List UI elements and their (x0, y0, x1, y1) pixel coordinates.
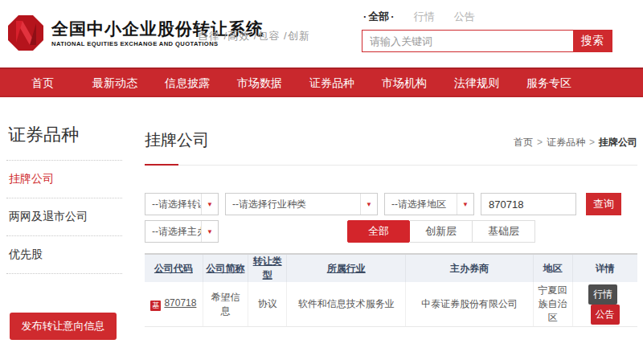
cell-short-name: 希望信息 (203, 282, 248, 327)
layer-tab-all[interactable]: 全部 (347, 220, 410, 243)
layer-tab-basic[interactable]: 基础层 (473, 220, 535, 243)
sidebar-menu: 挂牌公司 两网及退市公司 优先股 (6, 160, 122, 274)
nav-item-market-institutions[interactable]: 市场机构 (368, 69, 440, 97)
publish-transfer-intent-button[interactable]: 发布转让意向信息 (10, 313, 117, 340)
chevron-down-icon: ▼ (462, 201, 469, 208)
breadcrumb-home[interactable]: 首页 (514, 137, 533, 148)
page-body: 证券品种 挂牌公司 两网及退市公司 优先股 发布转让意向信息 挂牌公司 首页>证… (0, 97, 643, 340)
main-content: 挂牌公司 首页>证券品种>挂牌公司 --请选择转让类型 ▼ --请选择行业种类 … (125, 97, 643, 340)
table-row: 基870718 希望信息 协议 软件和信息技术服务业 中泰证券股份有限公司 宁夏… (145, 282, 637, 327)
cell-sponsor: 中泰证券股份有限公司 (406, 282, 533, 327)
breadcrumb-securities-types[interactable]: 证券品种 (547, 137, 585, 148)
filter-row-1: --请选择转让类型 ▼ --请选择行业种类 ▼ --请选择地区 ▼ 查询 (145, 193, 637, 215)
search-bar: 搜索 (362, 30, 612, 52)
page: 全国中小企业股份转让系统 NATIONAL EQUITIES EXCHANGE … (0, 0, 643, 340)
sidebar: 证券品种 挂牌公司 两网及退市公司 优先股 发布转让意向信息 (0, 97, 125, 340)
nav-item-legal-rules[interactable]: 法律规则 (440, 69, 513, 97)
col-header-short-name[interactable]: 公司简称 (203, 254, 248, 282)
col-header-transfer-type[interactable]: 转让类型 (248, 254, 287, 282)
cell-industry: 软件和信息技术服务业 (287, 282, 406, 327)
search-tab-announcements[interactable]: 公告 (454, 10, 475, 24)
col-header-detail: 详情 (572, 254, 637, 282)
title-divider (145, 165, 637, 166)
layer-tabs: 全部 创新层 基础层 (347, 220, 535, 243)
cell-region: 宁夏回族自治区 (533, 282, 572, 327)
industry-select[interactable]: --请选择行业种类 ▼ (225, 193, 378, 215)
slogan: 自律 /高效 /包容 /创新 (198, 29, 310, 43)
transfer-type-select[interactable]: --请选择转让类型 ▼ (145, 193, 219, 215)
main-nav: 首页 最新动态 信息披露 市场数据 证券品种 市场机构 法律规则 服务专区 (0, 67, 643, 97)
sidebar-item-preferred-stock[interactable]: 优先股 (6, 236, 122, 274)
neeq-logo-icon (6, 14, 45, 52)
sidebar-item-listed-companies[interactable]: 挂牌公司 (6, 161, 122, 198)
nav-item-info-disclosure[interactable]: 信息披露 (151, 69, 223, 97)
search-input[interactable] (362, 31, 573, 51)
quotes-button[interactable]: 行情 (588, 284, 617, 305)
page-title: 挂牌公司 (145, 129, 209, 151)
announcements-button[interactable]: 公告 (591, 305, 620, 325)
chevron-down-icon: ▼ (366, 201, 372, 208)
title-row: 挂牌公司 首页>证券品种>挂牌公司 (145, 129, 637, 151)
nav-item-securities-types[interactable]: 证券品种 (296, 69, 368, 97)
company-code-link[interactable]: 870718 (164, 297, 196, 309)
query-button[interactable]: 查询 (586, 193, 621, 215)
chevron-down-icon: ▼ (207, 228, 213, 235)
nav-item-home[interactable]: 首页 (6, 69, 79, 97)
breadcrumb-separator: > (537, 137, 543, 148)
nav-item-market-data[interactable]: 市场数据 (223, 69, 296, 97)
search-button[interactable]: 搜索 (573, 31, 612, 51)
col-header-region: 地区 (533, 254, 572, 282)
nav-item-latest-news[interactable]: 最新动态 (79, 69, 151, 97)
top-header: 全国中小企业股份转让系统 NATIONAL EQUITIES EXCHANGE … (0, 0, 643, 67)
search-tab-all[interactable]: 全部 (363, 10, 395, 24)
nav-item-service-zone[interactable]: 服务专区 (513, 69, 585, 97)
cell-company-code: 基870718 (145, 282, 203, 327)
layer-tab-innovation[interactable]: 创新层 (410, 220, 473, 243)
col-header-company-code[interactable]: 公司代码 (145, 254, 203, 282)
title-red-accent (145, 164, 178, 166)
sidebar-item-two-networks-delisted[interactable]: 两网及退市公司 (6, 198, 122, 236)
search-tab-quotes[interactable]: 行情 (414, 10, 435, 24)
filter-row-2: --请选择主办券商 ▼ 全部 创新层 基础层 (145, 220, 637, 243)
breadcrumb-current-page: 挂牌公司 (599, 137, 637, 148)
search-area: 全部 行情 公告 搜索 (362, 8, 612, 52)
col-header-sponsor: 主办券商 (406, 254, 533, 282)
sponsor-select[interactable]: --请选择主办券商 ▼ (145, 220, 219, 243)
search-tabs: 全部 行情 公告 (363, 10, 612, 24)
sidebar-title: 证券品种 (8, 123, 125, 147)
region-select[interactable]: --请选择地区 ▼ (384, 193, 474, 215)
breadcrumb: 首页>证券品种>挂牌公司 (514, 136, 637, 151)
col-header-industry[interactable]: 所属行业 (287, 254, 406, 282)
table-header: 公司代码 公司简称 转让类型 所属行业 主办券商 地区 详情 (145, 254, 637, 282)
stock-code-input[interactable] (481, 193, 576, 215)
basic-layer-badge-icon: 基 (150, 301, 161, 311)
company-table: 公司代码 公司简称 转让类型 所属行业 主办券商 地区 详情 基870718 (145, 253, 637, 327)
cell-detail: 行情公告 (572, 282, 637, 327)
chevron-down-icon: ▼ (207, 201, 213, 208)
filter-section: --请选择转让类型 ▼ --请选择行业种类 ▼ --请选择地区 ▼ 查询 (145, 193, 637, 243)
breadcrumb-separator: > (589, 137, 595, 148)
cell-transfer-type: 协议 (248, 282, 287, 327)
